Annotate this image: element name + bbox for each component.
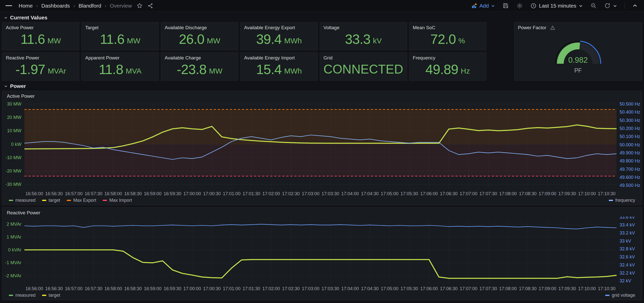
svg-text:49.700 Hz: 49.700 Hz bbox=[620, 167, 640, 172]
zoom-out-icon[interactable] bbox=[590, 3, 597, 9]
svg-text:17:10:00: 17:10:00 bbox=[578, 286, 596, 291]
section-power[interactable]: Power bbox=[2, 82, 642, 91]
svg-text:17:02:30: 17:02:30 bbox=[282, 191, 300, 196]
time-range-picker[interactable]: Last 15 minutes bbox=[530, 3, 583, 9]
legend-right-group: frequency bbox=[609, 198, 635, 203]
stat-unit: MW bbox=[48, 33, 61, 45]
stat-panel: Reactive Power -1.97 MVAr bbox=[2, 52, 79, 81]
svg-text:17:04:30: 17:04:30 bbox=[361, 191, 379, 196]
stat-value-wrap: 26.0 MW bbox=[165, 30, 234, 48]
svg-text:16:58:00: 16:58:00 bbox=[104, 286, 122, 291]
legend-item-grid-voltage[interactable]: grid voltage bbox=[605, 293, 635, 298]
svg-text:-10 MW: -10 MW bbox=[6, 155, 21, 160]
panel-title[interactable]: Power Factor bbox=[518, 25, 546, 30]
panel-title[interactable]: Grid bbox=[324, 55, 403, 61]
stat-panel: Apparent Power 11.8 MVA bbox=[81, 52, 159, 81]
panel-title[interactable]: Reactive Power bbox=[2, 210, 642, 217]
legend-item-frequency[interactable]: frequency bbox=[609, 198, 635, 203]
svg-text:16:57:00: 16:57:00 bbox=[65, 286, 83, 291]
dashboard-content: Current Values Active Power 11.6 MW Targ… bbox=[0, 12, 644, 300]
svg-text:17:05:00: 17:05:00 bbox=[381, 191, 398, 196]
svg-text:17:10:00: 17:10:00 bbox=[578, 191, 596, 196]
svg-text:17:06:00: 17:06:00 bbox=[420, 191, 438, 196]
svg-text:33.6 kV: 33.6 kV bbox=[620, 217, 635, 220]
chevron-up-icon[interactable] bbox=[632, 3, 637, 8]
chevron-down-icon[interactable] bbox=[613, 4, 617, 8]
panel-title[interactable]: Frequency bbox=[413, 55, 483, 61]
legend-right-group: grid voltage bbox=[605, 293, 635, 298]
refresh-icon[interactable] bbox=[604, 3, 611, 9]
panel-title[interactable]: Target bbox=[85, 25, 155, 30]
warning-icon[interactable] bbox=[550, 25, 555, 30]
stat-unit: % bbox=[458, 33, 465, 45]
svg-text:17:06:30: 17:06:30 bbox=[440, 191, 458, 196]
svg-text:50.300 Hz: 50.300 Hz bbox=[620, 118, 640, 123]
panel-power-factor: Power Factor 0.982 PF bbox=[514, 22, 642, 81]
stat-panel: Available Charge -23.8 MW bbox=[161, 52, 238, 81]
star-icon[interactable] bbox=[136, 3, 143, 9]
section-current-values[interactable]: Current Values bbox=[2, 13, 642, 22]
svg-text:17:07:00: 17:07:00 bbox=[460, 191, 477, 196]
breadcrumb-home[interactable]: Home bbox=[19, 3, 33, 9]
svg-text:17:01:00: 17:01:00 bbox=[223, 286, 240, 291]
stat-value-wrap: 11.6 MW bbox=[6, 30, 76, 48]
share-icon[interactable] bbox=[147, 3, 153, 9]
chevron-down-icon bbox=[491, 4, 495, 8]
legend-item-measured[interactable]: measured bbox=[9, 198, 35, 203]
legend-item-measured[interactable]: measured bbox=[9, 293, 35, 298]
svg-text:1 MVAr: 1 MVAr bbox=[7, 234, 21, 240]
save-icon[interactable] bbox=[503, 3, 509, 9]
active-power-chart[interactable]: 30 MW20 MW10 MW0 kW-10 MW-20 MW-30 MW16:… bbox=[2, 100, 642, 197]
panel-title[interactable]: Active Power bbox=[6, 25, 76, 30]
svg-text:50.400 Hz: 50.400 Hz bbox=[620, 110, 640, 115]
svg-text:2 MVAr: 2 MVAr bbox=[7, 222, 21, 227]
stat-value-wrap: -1.97 MVAr bbox=[6, 61, 76, 78]
legend-item-max-import[interactable]: Max Import bbox=[103, 198, 132, 203]
reactive-power-chart[interactable]: 2 MVAr1 MVAr0 kVAr-1 MVAr-2 MVAr16:56:00… bbox=[2, 217, 642, 292]
legend-label: Max Import bbox=[109, 198, 132, 203]
menu-icon[interactable] bbox=[6, 4, 12, 7]
breadcrumb-blandford[interactable]: Blandford bbox=[79, 3, 101, 9]
panel-title[interactable]: Mean SoC bbox=[413, 25, 483, 30]
svg-text:-20 MW: -20 MW bbox=[6, 169, 21, 174]
add-button[interactable]: Add bbox=[471, 3, 495, 9]
svg-text:17:00:30: 17:00:30 bbox=[203, 191, 221, 196]
legend-label: frequency bbox=[615, 198, 635, 203]
legend-item-max-export[interactable]: Max Export bbox=[67, 198, 96, 203]
panel-title[interactable]: Available Discharge bbox=[165, 25, 234, 30]
svg-text:0 kW: 0 kW bbox=[11, 142, 21, 147]
stat-value: 11.6 bbox=[21, 31, 45, 47]
svg-text:17:09:00: 17:09:00 bbox=[539, 191, 556, 196]
legend-label: target bbox=[49, 293, 60, 298]
svg-text:17:00:00: 17:00:00 bbox=[183, 286, 201, 291]
panel-title[interactable]: Apparent Power bbox=[85, 55, 155, 61]
panel-title[interactable]: Available Energy Export bbox=[244, 25, 314, 30]
svg-text:16:56:00: 16:56:00 bbox=[25, 286, 43, 291]
svg-text:17:08:30: 17:08:30 bbox=[519, 191, 536, 196]
panel-title[interactable]: Available Charge bbox=[165, 55, 234, 61]
legend-label: target bbox=[49, 198, 60, 203]
panel-title[interactable]: Available Energy Import bbox=[244, 55, 314, 61]
stat-unit: MVAr bbox=[48, 63, 66, 75]
svg-text:50.000 Hz: 50.000 Hz bbox=[620, 142, 640, 147]
svg-text:17:03:30: 17:03:30 bbox=[321, 286, 339, 291]
stat-value-wrap: 39.4 MWh bbox=[244, 30, 314, 48]
clock-icon bbox=[530, 3, 536, 9]
svg-text:17:03:00: 17:03:00 bbox=[302, 286, 319, 291]
stat-panel: Active Power 11.6 MW bbox=[2, 22, 79, 50]
legend-item-target[interactable]: target bbox=[42, 198, 60, 203]
stat-value: 72.0 bbox=[430, 31, 456, 47]
panel-title[interactable]: Reactive Power bbox=[6, 55, 76, 61]
panel-title[interactable]: Active Power bbox=[2, 93, 642, 100]
svg-text:49.500 Hz: 49.500 Hz bbox=[620, 183, 640, 188]
breadcrumb-dashboards[interactable]: Dashboards bbox=[41, 3, 70, 9]
stat-unit: MWh bbox=[284, 63, 302, 75]
gear-icon[interactable] bbox=[516, 3, 523, 9]
svg-text:17:08:30: 17:08:30 bbox=[519, 286, 536, 291]
svg-text:17:01:00: 17:01:00 bbox=[223, 191, 240, 196]
stat-value: 33.3 bbox=[345, 31, 370, 47]
legend-item-target[interactable]: target bbox=[42, 293, 60, 298]
svg-text:16:57:00: 16:57:00 bbox=[65, 191, 83, 196]
panel-title[interactable]: Voltage bbox=[324, 25, 403, 30]
svg-text:16:58:00: 16:58:00 bbox=[104, 191, 122, 196]
